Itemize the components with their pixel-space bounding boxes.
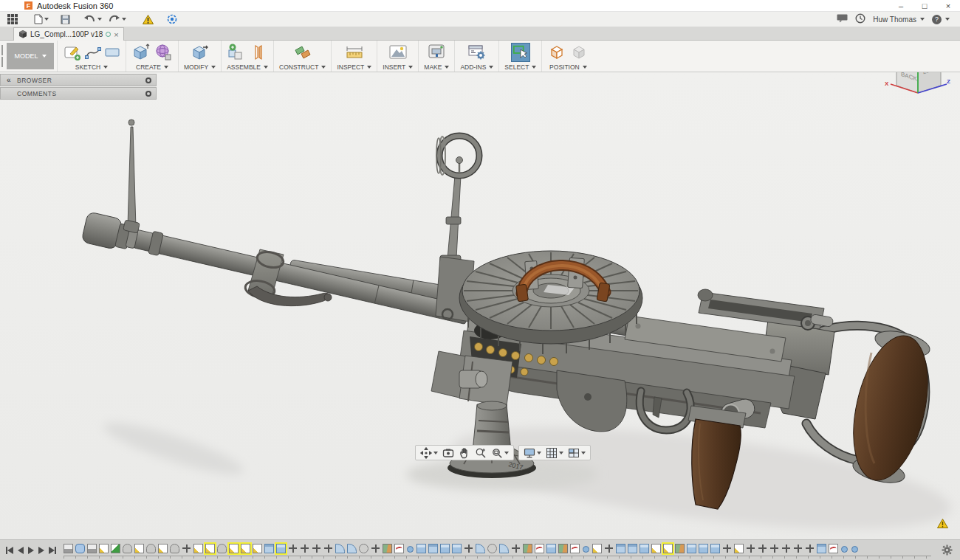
timeline-feature-move[interactable] — [312, 544, 321, 553]
timeline-feature-sketch[interactable] — [158, 544, 168, 553]
timeline-feature-form[interactable] — [75, 544, 85, 553]
tab-close-icon[interactable]: × — [114, 30, 118, 39]
timeline-feature-move[interactable] — [793, 544, 803, 553]
timeline-feature-box[interactable] — [440, 544, 450, 553]
timeline-feature-move[interactable] — [323, 544, 333, 553]
timeline-feature-extrude[interactable] — [628, 544, 637, 553]
spline-tool-icon[interactable] — [85, 44, 101, 61]
timeline-feature-marker[interactable] — [583, 546, 589, 553]
minimize-button[interactable]: – — [889, 0, 913, 11]
timeline-feature-move[interactable] — [758, 544, 767, 553]
timeline-settings-gear-icon[interactable] — [931, 545, 960, 556]
timeline-feature-canvas-ic[interactable] — [64, 544, 73, 553]
make-menu[interactable]: MAKE — [424, 63, 449, 71]
timeline-feature-extrude[interactable] — [616, 544, 625, 553]
timeline-feature-move[interactable] — [746, 544, 755, 553]
timeline-feature-extrude[interactable] — [264, 544, 274, 553]
new-component-icon[interactable] — [227, 43, 246, 62]
timeline-feature-marker[interactable] — [851, 546, 858, 553]
lewis-gun-model[interactable]: 2017 — [0, 72, 960, 539]
timeline-feature-fillet[interactable] — [499, 544, 509, 553]
document-tab[interactable]: LG_Compl...100P v18 × — [13, 27, 124, 41]
timeline-feature-disc[interactable] — [487, 544, 497, 553]
timeline-feature-sketch[interactable] — [99, 544, 109, 553]
pan-button[interactable] — [456, 446, 473, 460]
viewports-button[interactable] — [566, 446, 588, 460]
timeline-feature-freeform[interactable] — [829, 544, 838, 553]
toolbar-grip[interactable] — [0, 41, 5, 72]
timeline-feature-sketch-active[interactable] — [229, 544, 239, 553]
timeline-feature-plane[interactable] — [675, 544, 685, 553]
timeline-step-forward-button[interactable] — [38, 545, 44, 556]
undo-button[interactable] — [80, 13, 105, 26]
timeline-feature-sketch[interactable] — [651, 544, 661, 553]
timeline-feature-revolve[interactable] — [170, 544, 179, 553]
job-status-warning-icon[interactable] — [140, 13, 157, 26]
app-launcher-icon[interactable] — [4, 13, 21, 26]
timeline-feature-box[interactable] — [452, 544, 462, 553]
timeline-feature-box[interactable] — [687, 544, 696, 553]
construct-plane-icon[interactable] — [293, 43, 312, 62]
orbit-button[interactable] — [418, 446, 440, 460]
scripts-addins-icon[interactable] — [467, 43, 487, 62]
modify-menu[interactable]: MODIFY — [184, 63, 216, 71]
timeline-feature-move[interactable] — [371, 544, 380, 553]
timeline-feature-freeform[interactable] — [535, 544, 544, 553]
timeline-feature-sketch[interactable] — [134, 544, 144, 553]
timeline-feature-box[interactable] — [710, 544, 720, 553]
create-form-icon[interactable] — [154, 43, 173, 62]
timeline-feature-box[interactable] — [416, 544, 426, 553]
revert-position-icon[interactable] — [569, 43, 589, 62]
timeline-feature-move[interactable] — [182, 544, 191, 553]
comments-panel-options-icon[interactable] — [145, 91, 151, 97]
make-3dprint-icon[interactable] — [427, 43, 446, 62]
timeline-feature-box-active[interactable] — [276, 544, 286, 553]
timeline-feature-box[interactable] — [640, 544, 649, 553]
timeline-feature-sketch-active[interactable] — [663, 544, 673, 553]
create-sketch-icon[interactable] — [63, 43, 82, 62]
timeline-feature-revolve[interactable] — [146, 544, 156, 553]
look-at-button[interactable] — [440, 446, 456, 460]
create-box-icon[interactable] — [131, 43, 151, 62]
comments-panel-header[interactable]: COMMENTS — [0, 87, 157, 100]
timeline-feature-plane[interactable] — [558, 544, 568, 553]
file-menu-button[interactable] — [31, 13, 52, 26]
timeline-feature-revolve[interactable] — [123, 544, 132, 553]
grid-snaps-button[interactable] — [544, 446, 566, 460]
history-clock-icon[interactable] — [855, 13, 865, 25]
timeline-feature-sketch[interactable] — [734, 544, 744, 553]
timeline-feature-fillet[interactable] — [347, 544, 357, 553]
collapse-panel-icon[interactable]: « — [1, 76, 17, 84]
timeline-feature-disc[interactable] — [359, 544, 368, 553]
timeline-play-button[interactable] — [28, 545, 34, 556]
timeline-feature-move[interactable] — [805, 544, 815, 553]
timeline-feature-canvas-ic[interactable] — [87, 544, 97, 553]
display-settings-button[interactable] — [521, 446, 544, 460]
browser-panel-header[interactable]: « BROWSER — [0, 74, 157, 86]
timeline-feature-move[interactable] — [722, 544, 732, 553]
timeline-track[interactable] — [64, 542, 931, 555]
timeline-skip-start-button[interactable] — [6, 545, 13, 556]
construct-menu[interactable]: CONSTRUCT — [279, 63, 326, 71]
timeline-feature-box[interactable] — [699, 544, 708, 553]
select-tool-icon[interactable] — [511, 43, 530, 62]
close-button[interactable]: × — [936, 0, 960, 11]
inspect-menu[interactable]: INSPECT — [337, 63, 371, 71]
timeline-feature-sketch[interactable] — [592, 544, 602, 553]
timeline-feature-move[interactable] — [464, 544, 473, 553]
timeline-feature-plane[interactable] — [383, 544, 392, 553]
addins-menu[interactable]: ADD-INS — [460, 63, 493, 71]
insert-menu[interactable]: INSERT — [383, 63, 413, 71]
timeline-feature-move[interactable] — [604, 544, 614, 553]
rectangle-tool-icon[interactable] — [104, 44, 120, 61]
timeline-feature-extrude[interactable] — [817, 544, 826, 553]
timeline-feature-brush[interactable] — [111, 544, 120, 553]
sketch-menu[interactable]: SKETCH — [75, 63, 108, 71]
capture-position-icon[interactable] — [547, 43, 566, 62]
restore-button[interactable]: □ — [913, 0, 936, 11]
insert-image-icon[interactable] — [388, 43, 408, 62]
create-menu[interactable]: CREATE — [136, 63, 168, 71]
timeline-feature-freeform[interactable] — [394, 544, 404, 553]
timeline-feature-move[interactable] — [511, 544, 521, 553]
user-account-menu[interactable]: Huw Thomas — [873, 15, 925, 24]
